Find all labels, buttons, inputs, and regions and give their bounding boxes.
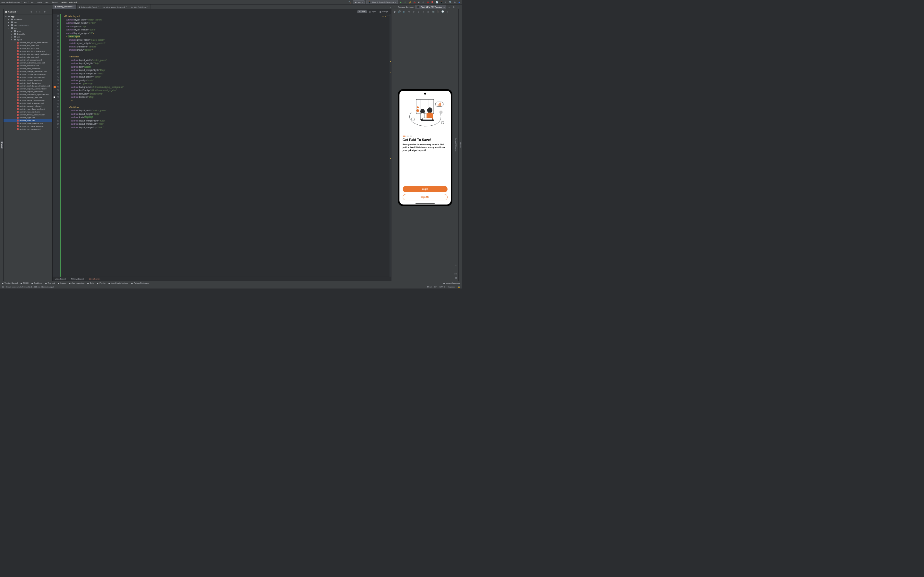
tree-root[interactable]: ▾app <box>3 15 52 18</box>
hide-icon[interactable]: — <box>457 5 460 8</box>
zoom-out-icon[interactable]: − <box>454 268 457 271</box>
inspection-badge[interactable]: ⚠ 5 ˄ ˅ <box>382 15 389 17</box>
close-icon[interactable]: × <box>443 6 445 8</box>
breadcrumb-item[interactable]: app <box>24 1 27 3</box>
coverage-icon[interactable]: ◧ <box>417 1 420 3</box>
tree-file[interactable]: activity_add_payment_method.xml <box>3 53 52 55</box>
breadcrumb-item[interactable]: main <box>37 1 42 3</box>
tab-back-icon[interactable]: ‹ <box>384 5 387 8</box>
tool-window-tab[interactable]: Project <box>1 141 3 149</box>
hide-icon[interactable]: — <box>48 10 51 13</box>
screenshot-icon[interactable]: 📷 <box>431 10 435 13</box>
apply-changes-icon[interactable]: ⟳ <box>404 1 407 3</box>
account-icon[interactable]: ◉ <box>458 1 461 3</box>
indent[interactable]: 4 spaces <box>447 286 455 288</box>
target-icon[interactable]: ⊕ <box>30 10 33 13</box>
editor-tab[interactable]: ◆view_pager_intro.xml× <box>102 5 129 9</box>
zoom-in-icon[interactable]: ＋ <box>454 264 457 267</box>
tree-file[interactable]: activity_forgot_password.xml <box>3 99 52 102</box>
tree-file[interactable]: activity_earning_with.xml <box>3 96 52 99</box>
more-icon[interactable]: ⋮ <box>446 10 449 13</box>
settings-icon[interactable]: ⚙ <box>453 1 456 3</box>
tree-file[interactable]: activity_add_bank_account.xml <box>3 41 52 44</box>
zoom-label[interactable]: 1:1 <box>454 273 457 275</box>
bottom-tool-button[interactable]: ◆Terminal <box>45 282 55 284</box>
expand-icon[interactable]: ⇥ <box>34 10 37 13</box>
tree-folder[interactable]: ▸manifests <box>3 18 52 21</box>
bottom-tool-button[interactable]: ◆App Quality Insights <box>108 282 128 284</box>
close-icon[interactable]: × <box>147 6 148 8</box>
tree-file[interactable]: activity_dash_board.xml <box>3 81 52 84</box>
close-icon[interactable]: × <box>126 6 127 8</box>
tree-file[interactable]: activity_mx_sucess.xml <box>3 127 52 131</box>
rotate-left-icon[interactable]: ⟲ <box>407 10 410 13</box>
tree-file[interactable]: activity_fund_ammount.xml <box>3 102 52 105</box>
scrollbar-minimap[interactable] <box>389 14 391 277</box>
breadcrumb-item[interactable]: res <box>45 1 48 3</box>
bottom-tool-button[interactable]: ◆App Inspection <box>69 282 84 284</box>
run-button[interactable]: ▶ <box>399 1 402 3</box>
close-icon[interactable]: × <box>98 6 99 8</box>
editor-tab[interactable]: ◆build.gradle (:app)× <box>77 5 102 9</box>
device-combo[interactable]: 📱 Pixel 6 Pro API Tiramisu <box>367 0 398 4</box>
tree-file[interactable]: activity_card_detail.xml <box>3 67 52 70</box>
breadcrumb-item[interactable]: src <box>31 1 33 3</box>
gutter[interactable]: 5253545556575859606162636465666768697071… <box>53 14 60 277</box>
tree-folder[interactable]: ▸font <box>3 35 52 38</box>
code-crumb[interactable]: LinearLayout <box>55 278 66 280</box>
caret-position[interactable]: 44:13 <box>427 286 431 288</box>
tab-more-icon[interactable]: ⋮ <box>393 5 396 8</box>
bottom-tool-button[interactable]: ◆Build <box>87 282 94 284</box>
tree-file[interactable]: activity_dash_board_direction.xml <box>3 84 52 87</box>
bottom-tool-button[interactable]: ◆Version Control <box>2 282 18 284</box>
tree-file[interactable]: activity_more_options.xml <box>3 122 52 125</box>
tree-file[interactable]: activity_login.xml <box>3 116 52 119</box>
profile-icon[interactable]: ◔ <box>422 1 425 3</box>
tree-folder[interactable]: ▸java <box>3 21 52 24</box>
tree-file[interactable]: activity_change_password.xml <box>3 70 52 73</box>
tree-file[interactable]: activity_authorized_user.xml <box>3 61 52 64</box>
build-icon[interactable]: 🔨 <box>349 1 351 3</box>
sdk-icon[interactable]: ⬇ <box>444 1 447 3</box>
mode-design[interactable]: ▦Design <box>378 10 389 13</box>
collapse-icon[interactable]: ⇤ <box>39 10 42 13</box>
run-config-combo[interactable]: ▣ app <box>353 0 365 4</box>
tree-folder[interactable]: ▾res <box>3 27 52 29</box>
running-device-tab[interactable]: 📱 Pixel 6 Pro API Tiramisu × <box>415 5 446 9</box>
login-button[interactable]: Login <box>403 186 447 192</box>
attach-debugger-icon[interactable]: 🐞 <box>426 1 429 3</box>
layout-inspector-button[interactable]: ▦Layout Inspector <box>443 282 460 284</box>
tree-file[interactable]: activity_llinked_accounts.xml <box>3 113 52 116</box>
tree-folder[interactable]: ▸anim <box>3 29 52 32</box>
chevron-up-icon[interactable]: ˄ <box>387 15 388 17</box>
tree-file[interactable]: activity_contact_us_new.xml <box>3 76 52 79</box>
tree-file[interactable]: activity_main.xml <box>3 119 52 122</box>
tree-file[interactable]: activity_document_signature.xml <box>3 93 52 96</box>
bottom-tool-button[interactable]: ◆Profiler <box>97 282 105 284</box>
overview-icon[interactable]: ■ <box>427 10 430 13</box>
tree-file[interactable]: activity_add_fund.xml <box>3 47 52 50</box>
gear-icon[interactable]: ⚙ <box>43 10 46 13</box>
device-screen[interactable]: Get Paid To Save! Earn passive income ev… <box>399 91 451 205</box>
tree-folder[interactable]: ▸drawable <box>3 32 52 35</box>
maximize-icon[interactable]: ▭ <box>448 5 451 8</box>
code-crumb[interactable]: RelativeLayout <box>71 278 84 280</box>
editor-tab[interactable]: ◆activity_main.xml× <box>53 5 77 9</box>
search-icon[interactable]: 🔍 <box>449 1 452 3</box>
mode-split[interactable]: ◫Split <box>368 10 377 13</box>
tool-window-icon[interactable]: ▥ <box>2 286 4 288</box>
debug-button[interactable]: 🐞 <box>413 1 416 3</box>
tool-window-tab[interactable]: Gradle <box>459 141 462 149</box>
tree-file[interactable]: activity_add_user.xml <box>3 55 52 58</box>
tree-file[interactable]: activity_mx_bank_feilds.xml <box>3 125 52 127</box>
tree-file[interactable]: activity_all_accounts.xml <box>3 58 52 61</box>
close-icon[interactable]: × <box>73 6 74 8</box>
bottom-tool-button[interactable]: ◆Problems <box>31 282 42 284</box>
code-breadcrumbs[interactable]: LinearLayout〉RelativeLayout〉LinearLayout <box>53 277 391 281</box>
code-text[interactable]: <RelativeLayout android:layout_width="ma… <box>60 14 391 277</box>
tree-file[interactable]: activity_add_fund_home.xml <box>3 50 52 53</box>
vol-up-icon[interactable]: 🔊 <box>398 10 401 13</box>
rotate-right-icon[interactable]: ⟳ <box>412 10 415 13</box>
bottom-tool-button[interactable]: ◆Python Packages <box>131 282 149 284</box>
encoding[interactable]: UTF-8 <box>439 286 445 288</box>
